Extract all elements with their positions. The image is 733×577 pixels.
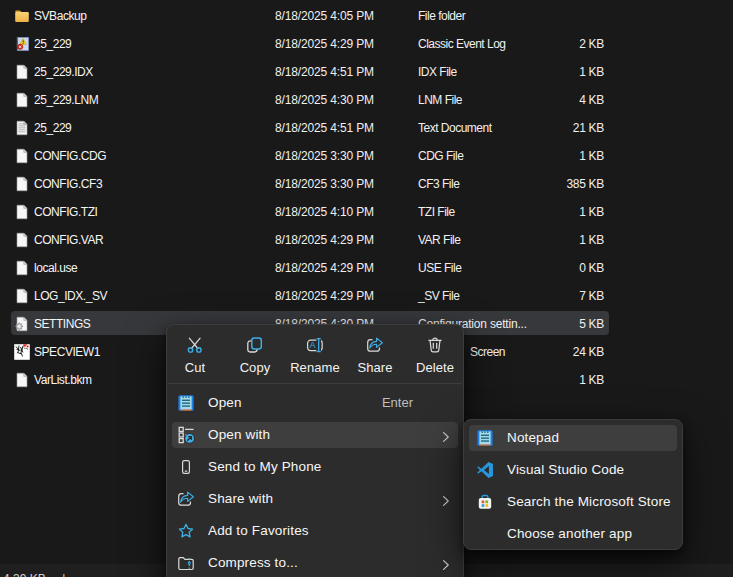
svg-text:A: A <box>310 340 316 350</box>
